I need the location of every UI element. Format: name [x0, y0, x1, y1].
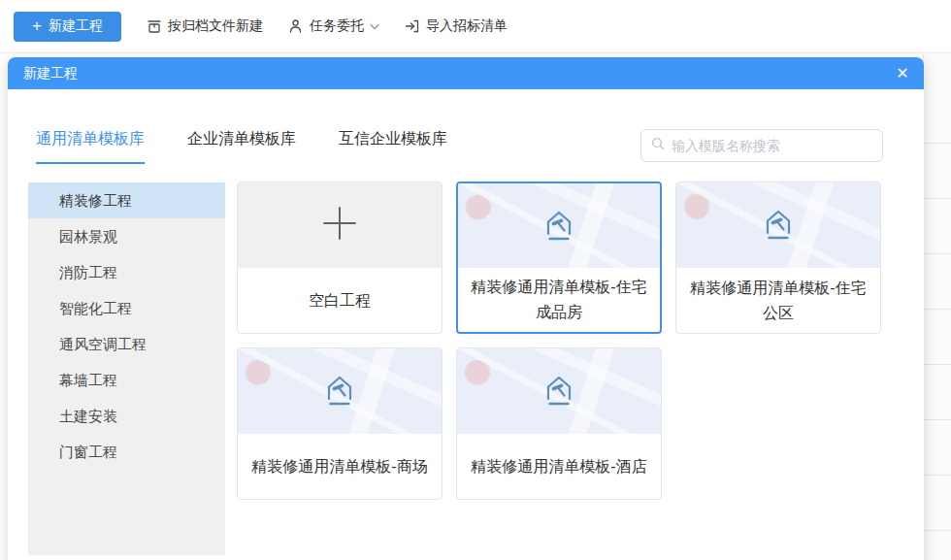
- task-delegation-menu[interactable]: 任务委托: [288, 17, 379, 35]
- category-sidebar: 精装修工程 园林景观 消防工程 智能化工程 通风空调工程 幕墙工程 土建安装 门…: [28, 182, 225, 555]
- template-card-mall[interactable]: 精装修通用清单模板-商场: [237, 347, 443, 500]
- sidebar-item-hvac[interactable]: 通风空调工程: [28, 326, 225, 362]
- template-card-label: 精装修通用清单模板-住宅公区: [676, 268, 880, 333]
- template-card-image: [238, 348, 442, 434]
- house-icon: [540, 206, 578, 247]
- template-search-input[interactable]: [672, 138, 872, 153]
- house-icon: [759, 205, 798, 246]
- template-card-image: [458, 183, 660, 268]
- modal-title: 新建工程: [23, 65, 78, 82]
- new-project-modal: 新建工程 ✕ 通用清单模板库 企业清单模板库 互信企业模板库 精装修工程 园林景…: [8, 57, 924, 560]
- search-icon: [651, 137, 665, 154]
- plus-icon: [320, 204, 359, 247]
- sidebar-item-civil-install[interactable]: 土建安装: [28, 398, 225, 434]
- template-card-residential-finished[interactable]: 精装修通用清单模板-住宅成品房: [456, 181, 662, 334]
- template-card-label: 精装修通用清单模板-住宅成品房: [458, 268, 660, 332]
- background-table-row-lines: [924, 88, 951, 560]
- task-delegation-label: 任务委托: [310, 17, 364, 35]
- template-card-grid: 空白工程 精装修通用清单模板-住宅成品房: [237, 181, 897, 500]
- person-icon: [288, 18, 304, 34]
- template-card-image: [457, 348, 661, 434]
- import-icon: [405, 18, 420, 34]
- import-bid-list-button[interactable]: 导入招标清单: [405, 17, 508, 35]
- chevron-down-icon: [370, 23, 379, 30]
- new-project-button[interactable]: + 新建工程: [14, 12, 121, 42]
- tab-mutual-trust-template-library[interactable]: 互信企业模板库: [339, 129, 447, 164]
- new-project-button-label: 新建工程: [49, 17, 103, 35]
- sidebar-item-curtain-wall[interactable]: 幕墙工程: [28, 362, 225, 398]
- template-card-residential-public[interactable]: 精装修通用清单模板-住宅公区: [675, 181, 881, 334]
- create-from-archive-label: 按归档文件新建: [168, 17, 263, 35]
- template-card-hotel[interactable]: 精装修通用清单模板-酒店: [456, 347, 662, 500]
- import-bid-list-label: 导入招标清单: [426, 17, 508, 35]
- template-card-label: 精装修通用清单模板-酒店: [457, 434, 661, 499]
- sidebar-item-fire-protection[interactable]: 消防工程: [28, 254, 225, 290]
- background-table-strip: [923, 53, 951, 560]
- template-card-image: [676, 182, 880, 268]
- create-from-archive-button[interactable]: 按归档文件新建: [147, 17, 263, 35]
- template-card-blank[interactable]: 空白工程: [237, 181, 443, 334]
- top-toolbar: + 新建工程 按归档文件新建 任务委托: [0, 0, 951, 53]
- template-library-tabs: 通用清单模板库 企业清单模板库 互信企业模板库: [36, 129, 490, 164]
- plus-icon: +: [32, 17, 42, 34]
- sidebar-item-fine-decoration[interactable]: 精装修工程: [28, 182, 225, 218]
- sidebar-item-doors-windows[interactable]: 门窗工程: [28, 434, 225, 470]
- modal-header: 新建工程 ✕: [8, 57, 924, 89]
- tab-general-template-library[interactable]: 通用清单模板库: [36, 129, 145, 164]
- blank-card-image: [238, 182, 442, 268]
- close-icon[interactable]: ✕: [890, 60, 915, 85]
- template-card-label: 空白工程: [238, 268, 442, 333]
- house-icon: [320, 371, 359, 412]
- house-icon: [540, 371, 578, 412]
- template-card-label: 精装修通用清单模板-商场: [238, 434, 442, 499]
- archive-icon: [147, 18, 162, 34]
- template-search-box: [640, 129, 883, 162]
- app-window: + 新建工程 按归档文件新建 任务委托: [0, 0, 951, 560]
- tab-enterprise-template-library[interactable]: 企业清单模板库: [187, 129, 296, 164]
- sidebar-item-intelligent[interactable]: 智能化工程: [28, 290, 225, 326]
- sidebar-item-landscape[interactable]: 园林景观: [28, 218, 225, 254]
